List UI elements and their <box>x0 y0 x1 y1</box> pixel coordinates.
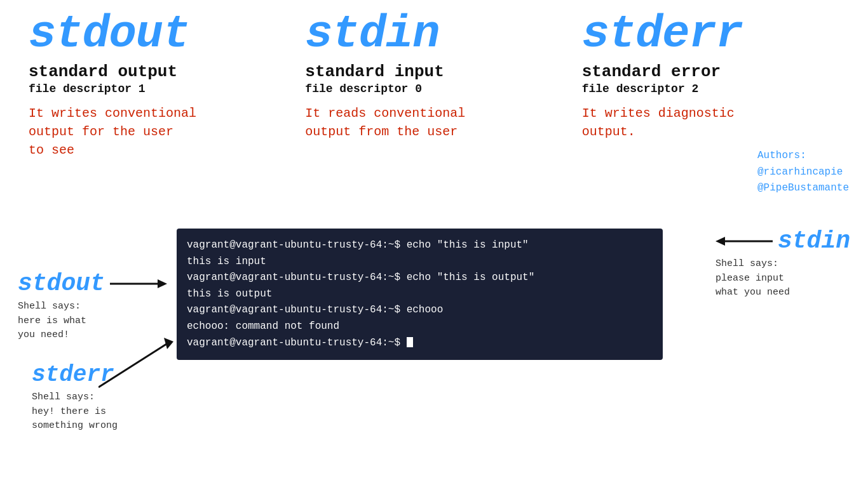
stdout-arrow-icon <box>110 275 167 293</box>
stderr-description: It writes diagnosticoutput. <box>582 104 839 141</box>
stdout-bottom-label: stdout Shell says:here is whatyou need! <box>18 270 167 343</box>
stdout-column: stdout standard output file descriptor 1… <box>19 11 295 159</box>
terminal-line-4: this is output <box>187 286 653 303</box>
svg-line-2 <box>98 343 168 387</box>
svg-marker-5 <box>715 237 725 246</box>
stdin-subtitle: standard input <box>305 62 562 81</box>
stdout-description: It writes conventionaloutput for the use… <box>29 104 286 159</box>
stderr-column: stderr standard error file descriptor 2 … <box>573 11 849 159</box>
stderr-bottom-text: Shell says:hey! there issomething wrong <box>32 390 118 434</box>
terminal-line-3: vagrant@vagrant-ubuntu-trusty-64:~$ echo… <box>187 270 653 286</box>
stdin-bottom-label: stdin Shell says:please inputwhat you ne… <box>715 227 850 300</box>
terminal-line-5: vagrant@vagrant-ubuntu-trusty-64:~$ echo… <box>187 302 653 319</box>
terminal-line-6: echooo: command not found <box>187 319 653 335</box>
terminal-line-7: vagrant@vagrant-ubuntu-trusty-64:~$ <box>187 335 653 352</box>
stdin-description: It reads conventionaloutput from the use… <box>305 104 562 141</box>
stdin-file-desc: file descriptor 0 <box>305 83 562 95</box>
stderr-file-desc: file descriptor 2 <box>582 83 839 95</box>
stderr-subtitle: standard error <box>582 62 839 81</box>
stdin-bottom-text: Shell says:please inputwhat you need <box>715 257 850 300</box>
terminal-line-1: vagrant@vagrant-ubuntu-trusty-64:~$ echo… <box>187 237 653 254</box>
stdout-title: stdout <box>29 11 286 57</box>
authors-label: Authors: <box>757 150 806 161</box>
stderr-arrow-icon <box>98 336 187 394</box>
authors-line2: @PipeBustamante <box>757 182 849 194</box>
stdin-arrow-icon <box>715 232 773 250</box>
stdin-bottom-title: stdin <box>778 227 850 255</box>
stdout-subtitle: standard output <box>29 62 286 81</box>
stdout-bottom-title: stdout <box>18 270 105 297</box>
svg-marker-3 <box>164 338 173 349</box>
top-section: stdout standard output file descriptor 1… <box>0 0 868 159</box>
authors: Authors: @ricarhincapie @PipeBustamante <box>757 148 849 197</box>
stdout-file-desc: file descriptor 1 <box>29 83 286 95</box>
terminal-cursor <box>407 337 413 347</box>
stdin-column: stdin standard input file descriptor 0 I… <box>295 11 572 159</box>
stdin-title: stdin <box>305 11 562 57</box>
terminal-line-2: this is input <box>187 254 653 270</box>
authors-line1: @ricarhincapie <box>757 166 843 178</box>
svg-marker-1 <box>158 279 167 288</box>
terminal: vagrant@vagrant-ubuntu-trusty-64:~$ echo… <box>177 229 663 360</box>
stderr-title: stderr <box>582 11 839 57</box>
